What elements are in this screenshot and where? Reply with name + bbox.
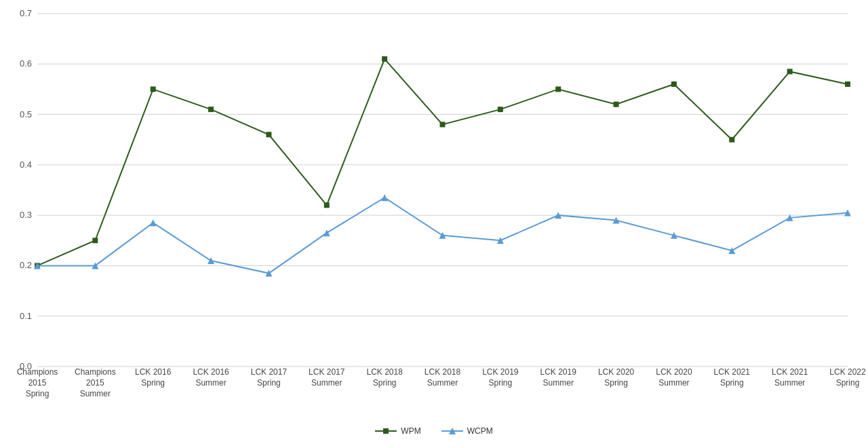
svg-text:Champions: Champions <box>17 367 58 377</box>
svg-text:Spring: Spring <box>26 389 50 398</box>
svg-text:Spring: Spring <box>836 378 860 388</box>
svg-text:LCK 2021: LCK 2021 <box>772 367 808 377</box>
svg-text:Summer: Summer <box>195 378 226 388</box>
legend-item-wcpm: WCPM <box>441 426 493 436</box>
svg-text:2015: 2015 <box>86 378 104 388</box>
svg-text:LCK 2018: LCK 2018 <box>425 367 461 377</box>
svg-rect-60 <box>671 81 677 87</box>
svg-text:LCK 2017: LCK 2017 <box>309 367 345 377</box>
svg-rect-57 <box>498 107 503 112</box>
wcpm-label: WCPM <box>467 426 493 436</box>
svg-text:LCK 2018: LCK 2018 <box>366 367 403 377</box>
svg-rect-51 <box>151 86 156 92</box>
wcpm-legend-icon <box>441 427 463 435</box>
svg-text:LCK 2019: LCK 2019 <box>540 367 577 377</box>
svg-rect-63 <box>845 81 850 87</box>
svg-rect-61 <box>729 137 734 143</box>
svg-rect-52 <box>208 107 214 112</box>
chart-legend: WPM WCPM <box>0 426 868 436</box>
svg-rect-54 <box>324 202 330 208</box>
svg-text:0.5: 0.5 <box>20 109 32 119</box>
svg-text:LCK 2016: LCK 2016 <box>193 367 229 377</box>
svg-text:0.1: 0.1 <box>20 311 32 321</box>
svg-text:Spring: Spring <box>141 378 165 388</box>
svg-rect-80 <box>383 428 389 434</box>
svg-rect-53 <box>266 132 271 137</box>
svg-text:LCK 2022: LCK 2022 <box>829 367 866 377</box>
line-chart: 0.00.10.20.30.40.50.60.7Champions2015Spr… <box>0 0 868 448</box>
svg-text:Summer: Summer <box>80 389 111 398</box>
wpm-label: WPM <box>401 426 420 436</box>
svg-text:LCK 2020: LCK 2020 <box>656 367 692 377</box>
svg-text:0.3: 0.3 <box>20 210 32 220</box>
svg-rect-56 <box>440 122 446 127</box>
svg-text:2015: 2015 <box>28 378 47 388</box>
svg-rect-55 <box>382 56 387 62</box>
svg-text:LCK 2016: LCK 2016 <box>135 367 172 377</box>
svg-text:LCK 2020: LCK 2020 <box>598 367 635 377</box>
svg-rect-59 <box>614 102 619 107</box>
svg-text:Summer: Summer <box>774 378 805 388</box>
legend-item-wpm: WPM <box>375 426 420 436</box>
svg-text:Champions: Champions <box>75 367 116 377</box>
svg-text:0.2: 0.2 <box>20 260 32 270</box>
svg-text:Spring: Spring <box>257 378 281 388</box>
svg-text:Spring: Spring <box>489 378 513 388</box>
svg-text:Summer: Summer <box>311 378 342 388</box>
svg-text:Spring: Spring <box>604 378 628 388</box>
svg-text:Spring: Spring <box>373 378 397 388</box>
svg-text:0.4: 0.4 <box>20 160 32 170</box>
svg-text:Spring: Spring <box>720 378 744 388</box>
svg-text:LCK 2021: LCK 2021 <box>714 367 751 377</box>
svg-text:Summer: Summer <box>543 378 574 388</box>
svg-text:LCK 2019: LCK 2019 <box>482 367 519 377</box>
chart-container: 0.00.10.20.30.40.50.60.7Champions2015Spr… <box>0 0 868 448</box>
svg-text:LCK 2017: LCK 2017 <box>251 367 288 377</box>
svg-rect-62 <box>787 69 793 74</box>
svg-text:Summer: Summer <box>427 378 458 388</box>
wpm-legend-icon <box>375 427 397 435</box>
svg-text:0.7: 0.7 <box>20 8 32 18</box>
svg-text:Summer: Summer <box>658 378 689 388</box>
svg-rect-50 <box>92 238 98 243</box>
svg-rect-58 <box>555 86 561 92</box>
svg-text:0.6: 0.6 <box>20 58 32 69</box>
